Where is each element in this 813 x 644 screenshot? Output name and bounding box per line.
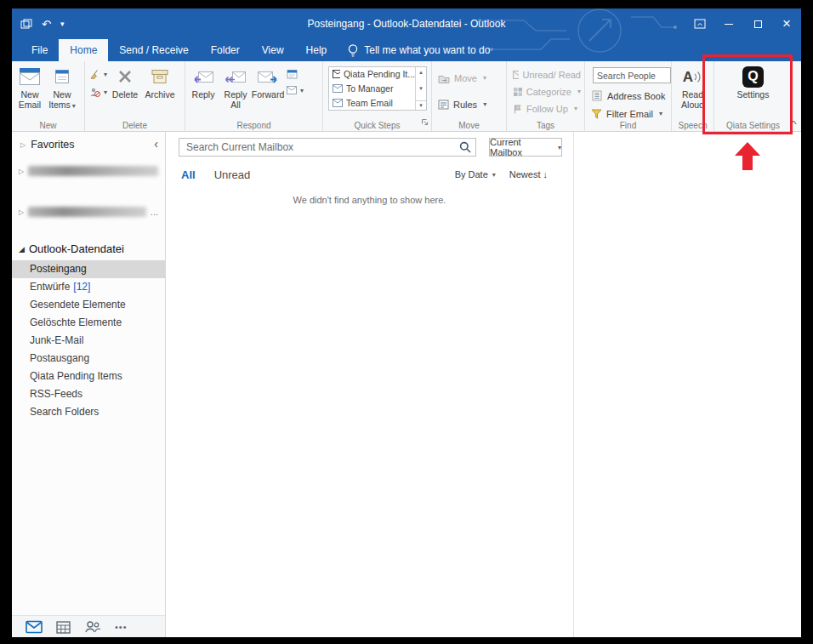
- maximize-button[interactable]: [743, 9, 772, 39]
- minimize-folder-pane-icon[interactable]: ‹: [154, 137, 158, 151]
- dropdown-icon: ▾: [558, 144, 561, 151]
- redacted-favorite-item[interactable]: ▷ ...: [19, 205, 158, 219]
- scroll-up-icon[interactable]: ▴: [419, 69, 423, 76]
- folder-qiata-pending-items[interactable]: Qiata Pending Items: [12, 368, 165, 385]
- group-label-delete: Delete: [85, 121, 185, 130]
- junk-button[interactable]: ▾: [89, 87, 107, 98]
- quickstep-item-qiata-pending[interactable]: Qiata Pending It...: [329, 67, 415, 82]
- tab-home[interactable]: Home: [59, 39, 108, 61]
- tab-help[interactable]: Help: [295, 39, 338, 61]
- folder-entwuerfe[interactable]: Entwürfe[12]: [12, 278, 165, 296]
- reply-all-label: Reply All: [219, 89, 252, 110]
- redacted-text: [28, 166, 158, 176]
- archive-icon: [151, 66, 169, 88]
- sort-by-date-label: By Date: [455, 169, 488, 180]
- sweep-button[interactable]: ▾: [89, 69, 107, 80]
- dropdown-icon: ▾: [492, 171, 496, 179]
- expanded-triangle-icon[interactable]: ◢: [19, 245, 25, 254]
- collapsed-triangle-icon[interactable]: ▷: [19, 168, 24, 175]
- sort-newest-toggle[interactable]: Newest ↓: [509, 169, 548, 180]
- close-button[interactable]: ×: [772, 9, 801, 39]
- search-people-input[interactable]: [593, 67, 671, 83]
- forward-label: Forward: [252, 89, 285, 100]
- tab-view[interactable]: View: [251, 39, 295, 61]
- folder-label: Junk-E-Mail: [30, 334, 83, 346]
- rules-button[interactable]: Rules ▾: [438, 97, 503, 111]
- forward-button[interactable]: Forward: [252, 63, 284, 100]
- calendar-nav-icon[interactable]: [56, 620, 71, 634]
- folder-junk-e-mail[interactable]: Junk-E-Mail: [12, 332, 165, 350]
- address-book-button[interactable]: Address Book: [591, 88, 668, 103]
- collapse-ribbon-icon[interactable]: ^: [791, 120, 797, 129]
- move-folder-icon: [438, 73, 450, 83]
- search-scope-dropdown[interactable]: Current Mailbox ▾: [489, 138, 562, 157]
- ribbon-group-tags: Unread/ Read Categorize ▾ Follow Up ▾ Ta…: [507, 61, 585, 131]
- account-header[interactable]: ◢ Outlook-Datendatei: [19, 242, 124, 255]
- tell-me-box[interactable]: Tell me what you want to do: [348, 39, 490, 61]
- folder-posteingang[interactable]: Posteingang: [12, 260, 165, 278]
- folder-postausgang[interactable]: Postausgang: [12, 350, 165, 368]
- meeting-button[interactable]: [287, 69, 304, 79]
- search-mailbox-input[interactable]: [179, 138, 476, 157]
- delete-button[interactable]: Delete: [109, 63, 141, 100]
- folder-search-folders[interactable]: Search Folders: [12, 403, 165, 421]
- reply-button[interactable]: Reply: [187, 63, 219, 100]
- quickstep-item-team-email[interactable]: Team Email: [329, 95, 415, 110]
- filter-unread[interactable]: Unread: [214, 168, 251, 181]
- follow-up-flag-icon: [513, 104, 522, 114]
- ribbon-group-find: Address Book Filter Email ▾ Find: [585, 61, 672, 131]
- tab-send-receive[interactable]: Send / Receive: [108, 39, 199, 61]
- follow-up-button[interactable]: Follow Up ▾: [513, 101, 581, 116]
- ribbon-display-options-icon[interactable]: [685, 9, 714, 39]
- unread-read-button[interactable]: Unread/ Read: [513, 67, 581, 82]
- archive-button[interactable]: Archive: [141, 63, 179, 100]
- sweep-icon: [89, 69, 100, 80]
- move-button[interactable]: Move ▾: [438, 71, 503, 85]
- dropdown-icon: ▾: [72, 102, 76, 110]
- dropdown-icon: ▾: [483, 100, 486, 108]
- folder-gesendete-elemente[interactable]: Gesendete Elemente: [12, 296, 165, 314]
- folder-rss-feeds[interactable]: RSS-Feeds: [12, 385, 165, 403]
- mail-nav-icon[interactable]: [26, 620, 43, 634]
- more-apps-icon[interactable]: •••: [115, 622, 128, 632]
- qiata-settings-button[interactable]: Q Settings: [728, 63, 779, 100]
- dropdown-icon: ▾: [104, 88, 107, 96]
- dropdown-icon: ▾: [577, 88, 581, 95]
- quick-steps-dialog-launcher-icon[interactable]: [421, 114, 429, 129]
- quickstep-item-to-manager[interactable]: To Manager: [329, 82, 415, 96]
- scroll-down-icon[interactable]: ▾: [419, 85, 423, 92]
- group-label-qiata-settings: Qiata Settings: [714, 121, 792, 130]
- categorize-button[interactable]: Categorize ▾: [513, 84, 581, 99]
- redacted-text: [28, 207, 146, 217]
- gallery-more-icon[interactable]: ▾: [416, 100, 426, 109]
- sort-by-date-dropdown[interactable]: By Date ▾: [455, 169, 496, 180]
- im-button[interactable]: ▾: [287, 86, 304, 94]
- tell-me-label: Tell me what you want to do: [364, 44, 490, 56]
- read-aloud-button[interactable]: A Read Aloud: [677, 63, 709, 110]
- qiata-settings-label: Settings: [737, 89, 770, 100]
- tab-file[interactable]: File: [20, 39, 59, 61]
- group-label-new: New: [12, 121, 84, 130]
- minimize-button[interactable]: [714, 9, 743, 39]
- reply-all-button[interactable]: Reply All: [219, 63, 252, 110]
- titlebar: ↶ ▾ Posteingang - Outlook-Datendatei - O…: [12, 9, 801, 39]
- new-items-text: New Items: [48, 89, 71, 110]
- folder-geloeschte-elemente[interactable]: Gelöschte Elemente: [12, 314, 165, 332]
- collapsed-triangle-icon[interactable]: ▷: [19, 208, 24, 216]
- new-email-button[interactable]: New Email: [14, 63, 46, 110]
- categorize-icon: [513, 87, 522, 97]
- tab-folder[interactable]: Folder: [200, 39, 251, 61]
- filter-all[interactable]: All: [181, 168, 196, 181]
- search-icon[interactable]: [459, 141, 471, 157]
- people-nav-icon[interactable]: [84, 620, 101, 633]
- im-icon: [287, 86, 297, 94]
- quickstep-label: Team Email: [346, 98, 393, 108]
- redacted-favorite-item[interactable]: ▷: [19, 164, 158, 178]
- new-items-button[interactable]: New Items▾: [46, 63, 78, 110]
- filter-email-button[interactable]: Filter Email ▾: [591, 106, 668, 121]
- collapsed-triangle-icon[interactable]: ▷: [20, 141, 26, 149]
- ribbon-group-respond: Reply Reply All Forward: [185, 61, 323, 131]
- address-book-icon: [591, 90, 603, 101]
- navigation-bar: •••: [12, 615, 165, 637]
- favorites-header[interactable]: ▷ Favorites: [20, 139, 75, 151]
